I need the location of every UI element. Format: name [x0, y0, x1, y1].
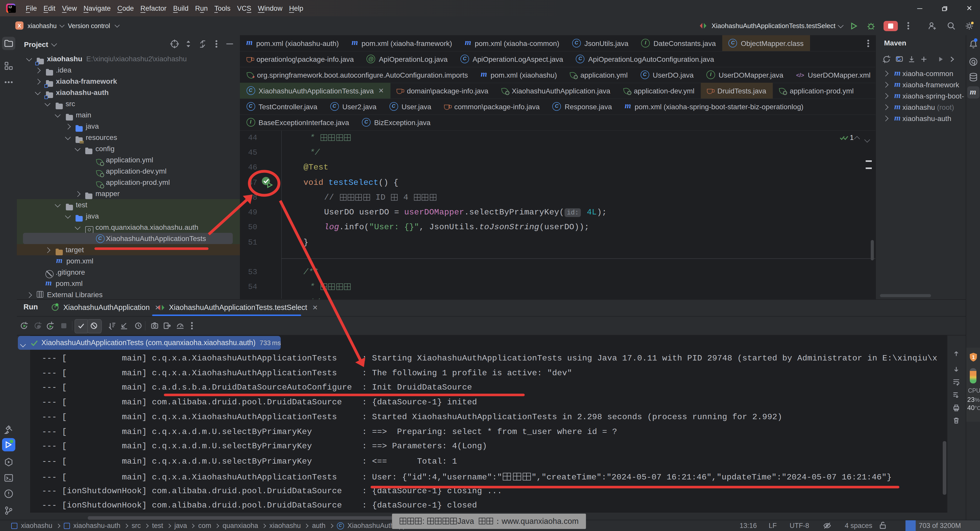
svg-text:1: 1	[972, 354, 975, 360]
